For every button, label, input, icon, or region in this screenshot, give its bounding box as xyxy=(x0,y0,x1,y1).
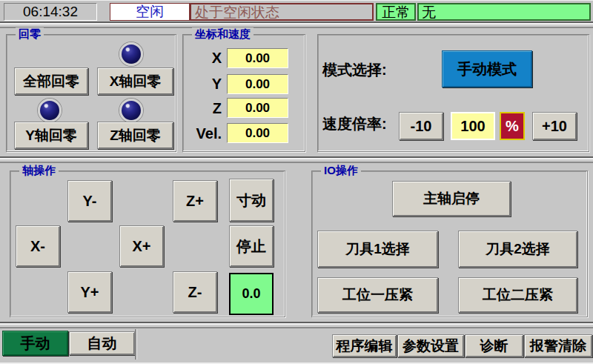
home-x-axis-button[interactable]: X轴回零 xyxy=(97,67,173,95)
override-percent-label: % xyxy=(500,112,525,140)
velocity-value: 0.00 xyxy=(227,123,288,143)
io-operation-panel: IO操作 主轴启停 刀具1选择 刀具2选择 工位一压紧 工位二压紧 xyxy=(311,171,588,317)
alarm-status-display: 正常 xyxy=(376,3,416,21)
coords-speed-panel: 坐标和速度 X 0.00 Y 0.00 Z 0.00 Vel. 0.00 xyxy=(182,34,305,152)
jog-x-plus-button[interactable]: X+ xyxy=(119,225,164,267)
jog-step-value-field[interactable]: 0.0 xyxy=(229,273,274,315)
divider-bottom xyxy=(0,322,593,328)
home-y-axis-button[interactable]: Y轴回零 xyxy=(14,122,88,149)
station2-clamp-button[interactable]: 工位二压紧 xyxy=(458,277,577,313)
state-description-display: 处于空闲状态 xyxy=(190,3,374,21)
parameter-settings-button[interactable]: 参数设置 xyxy=(397,334,464,357)
x-coord-value: 0.00 xyxy=(227,48,288,68)
override-value-display: 100 xyxy=(451,112,495,140)
alarm-message-display: 无 xyxy=(417,3,591,21)
divider-top xyxy=(0,21,593,28)
io-panel-title: IO操作 xyxy=(321,164,361,177)
x-home-led-indicator xyxy=(119,42,143,66)
bottom-nav-bar: 手动 自动 程序编辑 参数设置 诊断 报警清除 xyxy=(0,329,593,364)
jog-y-minus-button[interactable]: Y- xyxy=(67,180,112,222)
z-coord-label: Z xyxy=(183,100,222,117)
status-bar: 06:14:32 空闲 处于空闲状态 正常 无 xyxy=(0,0,593,22)
jog-y-plus-button[interactable]: Y+ xyxy=(67,271,112,313)
alarm-clear-button[interactable]: 报警清除 xyxy=(524,334,592,357)
divider-middle xyxy=(0,156,593,163)
axis-panel-title: 轴操作 xyxy=(19,164,59,177)
axis-operation-panel: 轴操作 Y- Z+ 寸动 X- X+ 停止 Y+ Z- 0.0 xyxy=(10,171,285,317)
tool2-select-button[interactable]: 刀具2选择 xyxy=(458,231,577,268)
jog-x-minus-button[interactable]: X- xyxy=(16,225,60,267)
diagnosis-button[interactable]: 诊断 xyxy=(465,334,523,357)
override-increase-button[interactable]: +10 xyxy=(532,112,577,140)
velocity-label: Vel. xyxy=(183,125,222,142)
z-home-led-indicator xyxy=(119,99,143,122)
jog-z-minus-button[interactable]: Z- xyxy=(173,271,217,313)
home-all-button[interactable]: 全部回零 xyxy=(14,67,88,95)
manual-mode-tab[interactable]: 手动 xyxy=(2,331,68,356)
tool1-select-button[interactable]: 刀具1选择 xyxy=(317,231,438,268)
mode-select-button[interactable]: 手动模式 xyxy=(442,50,532,87)
clock-display: 06:14:32 xyxy=(4,3,97,21)
speed-override-label: 速度倍率: xyxy=(322,114,387,134)
z-coord-value: 0.00 xyxy=(227,98,288,118)
machine-state-display: 空闲 xyxy=(110,3,190,21)
y-coord-label: Y xyxy=(183,76,222,93)
station1-clamp-button[interactable]: 工位一压紧 xyxy=(317,277,438,313)
mode-select-label: 模式选择: xyxy=(322,60,387,80)
y-home-led-indicator xyxy=(38,99,62,122)
jog-mode-button[interactable]: 寸动 xyxy=(229,179,274,222)
home-z-axis-button[interactable]: Z轴回零 xyxy=(97,122,173,149)
x-coord-label: X xyxy=(183,50,222,67)
homing-panel: 回零 全部回零 X轴回零 Y轴回零 Z轴回零 xyxy=(6,34,176,152)
stop-button[interactable]: 停止 xyxy=(229,225,274,267)
auto-mode-tab[interactable]: 自动 xyxy=(69,331,135,355)
mode-speed-panel: 模式选择: 手动模式 速度倍率: -10 100 % +10 xyxy=(317,34,589,152)
y-coord-value: 0.00 xyxy=(227,74,288,94)
coords-panel-title: 坐标和速度 xyxy=(192,27,254,41)
homing-panel-title: 回零 xyxy=(16,27,44,41)
spindle-start-stop-button[interactable]: 主轴启停 xyxy=(392,181,511,216)
bottom-bar-separator xyxy=(135,329,136,360)
jog-z-plus-button[interactable]: Z+ xyxy=(173,180,217,222)
program-edit-button[interactable]: 程序编辑 xyxy=(332,334,397,357)
override-decrease-button[interactable]: -10 xyxy=(399,112,443,140)
